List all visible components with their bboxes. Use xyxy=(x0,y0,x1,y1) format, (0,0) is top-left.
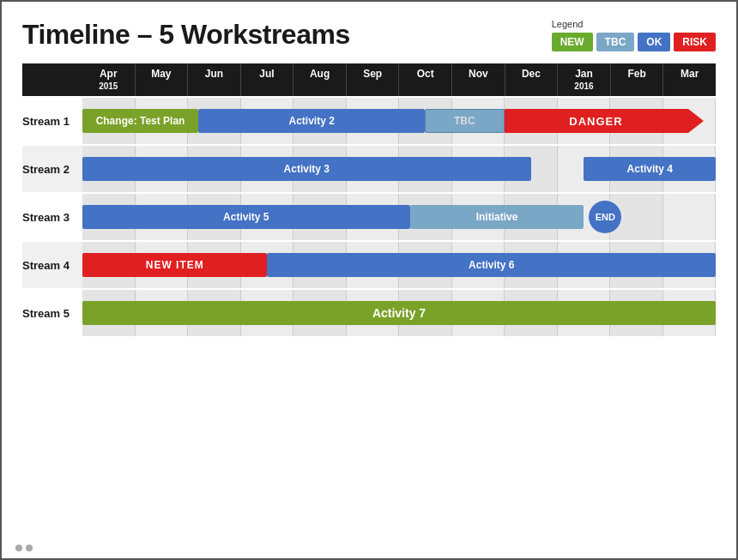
stream5-cells: Activity 7 xyxy=(82,290,716,336)
cell xyxy=(452,194,505,240)
cell xyxy=(663,98,717,144)
cell xyxy=(663,290,717,336)
cell xyxy=(558,290,611,336)
cell xyxy=(558,98,611,144)
cell xyxy=(452,242,505,288)
cell xyxy=(610,242,663,288)
slide: Timeline – 5 Workstreams Legend NEW TBC … xyxy=(0,0,738,560)
cell xyxy=(610,98,663,144)
month-apr: Apr2015 xyxy=(82,63,136,96)
cell xyxy=(347,194,400,240)
cell xyxy=(663,146,717,192)
cell xyxy=(505,290,558,336)
cell xyxy=(505,242,558,288)
stream4-row: Stream 4 NEW ITEM Activity 6 xyxy=(22,242,716,288)
month-sep: Sep xyxy=(347,63,400,96)
stream5-label: Stream 5 xyxy=(22,290,82,336)
cell xyxy=(505,146,558,192)
cell xyxy=(558,146,611,192)
month-header-row: Apr2015 May Jun Jul Aug Sep Oct Nov Dec … xyxy=(22,63,716,96)
cell xyxy=(610,290,663,336)
cell xyxy=(188,242,241,288)
cell xyxy=(241,146,294,192)
stream3-cells: Activity 5 Initiative END xyxy=(82,194,716,240)
cell xyxy=(347,242,400,288)
cell xyxy=(188,146,241,192)
cell xyxy=(293,98,347,144)
stream4-cells: NEW ITEM Activity 6 xyxy=(82,242,716,288)
cell xyxy=(293,194,347,240)
cell xyxy=(399,290,452,336)
cell xyxy=(505,194,558,240)
cell xyxy=(505,98,558,144)
cell xyxy=(136,194,189,240)
stream2-cells: Activity 3 Activity 4 xyxy=(82,146,716,192)
month-dec: Dec xyxy=(505,63,559,96)
cell xyxy=(452,98,505,144)
page-title: Timeline – 5 Workstreams xyxy=(22,19,350,51)
stream4-label: Stream 4 xyxy=(22,242,82,288)
stream2-row: Stream 2 Activity 3 Activity 4 xyxy=(22,146,716,192)
cell xyxy=(293,290,347,336)
legend-label: Legend xyxy=(552,19,584,29)
badge-risk: RISK xyxy=(674,33,716,51)
cell xyxy=(399,146,452,192)
cell xyxy=(82,242,136,288)
cell xyxy=(136,242,189,288)
stream1-label: Stream 1 xyxy=(22,98,82,144)
cell xyxy=(241,194,294,240)
stream1-row: Stream 1 Change: Test Plan xyxy=(22,98,716,144)
footer xyxy=(15,545,33,551)
legend-area: Legend NEW TBC OK RISK xyxy=(552,19,716,51)
footer-dot-1 xyxy=(15,545,22,551)
cell xyxy=(347,98,400,144)
stream3-label: Stream 3 xyxy=(22,194,82,240)
cell xyxy=(136,146,189,192)
month-oct: Oct xyxy=(399,63,452,96)
timeline-container: Apr2015 May Jun Jul Aug Sep Oct Nov Dec … xyxy=(22,63,716,336)
cell xyxy=(188,98,241,144)
cell xyxy=(347,290,400,336)
cell xyxy=(663,242,717,288)
cell xyxy=(452,146,505,192)
cell xyxy=(558,194,611,240)
cell xyxy=(558,242,611,288)
badge-tbc: TBC xyxy=(596,33,635,51)
stream5-row: Stream 5 Activity 7 xyxy=(22,290,716,336)
cell xyxy=(399,194,452,240)
stream1-cells: Change: Test Plan Activity 2 TBC DANGER xyxy=(82,98,716,144)
badge-ok: OK xyxy=(638,33,670,51)
stream2-label: Stream 2 xyxy=(22,146,82,192)
month-jan: Jan2016 xyxy=(558,63,611,96)
cell xyxy=(82,290,136,336)
cell xyxy=(82,194,136,240)
cell xyxy=(241,98,294,144)
header-row: Timeline – 5 Workstreams Legend NEW TBC … xyxy=(22,19,716,51)
cell xyxy=(241,290,294,336)
cell xyxy=(293,146,347,192)
cell xyxy=(610,194,663,240)
month-feb: Feb xyxy=(611,63,664,96)
month-aug: Aug xyxy=(293,63,347,96)
month-mar: Mar xyxy=(663,63,716,96)
badge-new: NEW xyxy=(552,33,593,51)
cell xyxy=(663,194,717,240)
cell xyxy=(399,98,452,144)
cell xyxy=(188,290,241,336)
cell xyxy=(452,290,505,336)
cell xyxy=(82,98,136,144)
cell xyxy=(399,242,452,288)
cell xyxy=(136,98,189,144)
cell xyxy=(188,194,241,240)
legend-badges: NEW TBC OK RISK xyxy=(552,33,716,51)
month-may: May xyxy=(136,63,189,96)
cell xyxy=(241,242,294,288)
cell xyxy=(82,146,136,192)
label-spacer xyxy=(22,63,82,96)
month-jul: Jul xyxy=(241,63,294,96)
cell xyxy=(136,290,189,336)
footer-dot-2 xyxy=(26,545,33,551)
cell xyxy=(293,242,347,288)
month-jun: Jun xyxy=(188,63,241,96)
month-nov: Nov xyxy=(452,63,505,96)
